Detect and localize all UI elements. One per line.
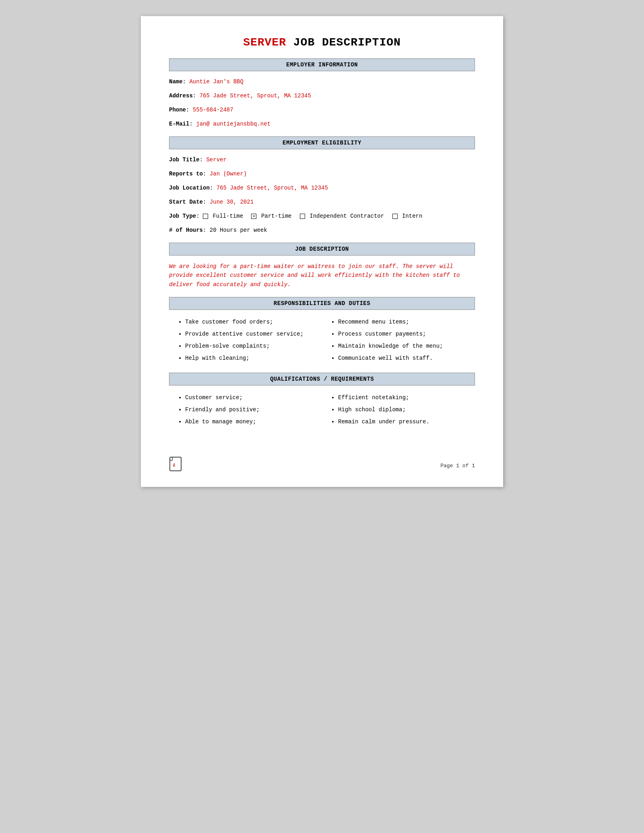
responsibilities-col2: Recommend menu items; Process customer p… <box>322 316 475 365</box>
email-label: E-Mail <box>169 121 189 127</box>
qualifications-list-col2: Efficient notetaking; High school diplom… <box>326 392 475 427</box>
hours-field: # of Hours: 20 Hours per week <box>169 226 475 235</box>
independent-contractor-checkbox[interactable] <box>300 214 305 219</box>
email-value: jan@ auntiejansbbq.net <box>196 121 270 127</box>
list-item: Provide attentive customer service; <box>185 328 322 340</box>
list-item: Friendly and positive; <box>185 404 322 415</box>
title-red-part: SERVER <box>243 36 286 49</box>
document-footer: ê Page 1 of 1 <box>169 456 475 475</box>
fulltime-label: Full-time <box>213 213 243 219</box>
address-field: Address: 765 Jade Street, Sprout, MA 123… <box>169 92 475 100</box>
reports-to-value: Jan (Owner) <box>210 171 247 177</box>
employment-eligibility-header: EMPLOYMENT ELIGIBILITY <box>169 136 475 149</box>
job-type-field: Job Type: Full-time Part-time Independen… <box>169 212 475 221</box>
qualifications-col1: Customer service; Friendly and positive;… <box>169 392 322 428</box>
name-label: Name <box>169 78 183 85</box>
hours-label: # of Hours <box>169 227 203 233</box>
start-date-value: June 30, 2021 <box>210 199 254 205</box>
employer-info-header: EMPLOYER INFORMATION <box>169 58 475 71</box>
responsibilities-header: RESPONSIBILITIES AND DUTIES <box>169 297 475 310</box>
svg-text:ê: ê <box>173 462 175 468</box>
job-location-value: 765 Jade Street, Sprout, MA 12345 <box>217 185 328 191</box>
job-type-label: Job Type <box>169 213 196 219</box>
svg-rect-0 <box>170 457 181 471</box>
employer-info-section: EMPLOYER INFORMATION Name: Auntie Jan's … <box>169 58 475 128</box>
independent-contractor-label: Independent Contractor <box>310 213 384 219</box>
qualifications-header: QUALIFICATIONS / REQUIREMENTS <box>169 373 475 386</box>
list-item: Efficient notetaking; <box>338 392 475 403</box>
list-item: Help with cleaning; <box>185 353 322 364</box>
name-colon: : <box>183 78 190 85</box>
list-item: Communicate well with staff. <box>338 353 475 364</box>
independent-contractor-option: Independent Contractor <box>300 213 388 219</box>
responsibilities-section: RESPONSIBILITIES AND DUTIES Take custome… <box>169 297 475 365</box>
intern-checkbox[interactable] <box>392 214 398 219</box>
job-title-field: Job Title: Server <box>169 156 475 164</box>
phone-label: Phone <box>169 107 186 113</box>
list-item: High school diploma; <box>338 404 475 415</box>
phone-value: 555-684-2487 <box>193 107 233 113</box>
document-icon: ê <box>169 456 182 475</box>
responsibilities-col1: Take customer food orders; Provide atten… <box>169 316 322 365</box>
responsibilities-list-col1: Take customer food orders; Provide atten… <box>173 316 322 364</box>
job-title-label: Job Title <box>169 157 200 163</box>
intern-option: Intern <box>392 213 423 219</box>
name-field: Name: Auntie Jan's BBQ <box>169 78 475 86</box>
qualifications-list-col1: Customer service; Friendly and positive;… <box>173 392 322 427</box>
job-description-section: JOB DESCRIPTION We are looking for a par… <box>169 243 475 289</box>
list-item: Able to manage money; <box>185 416 322 427</box>
list-item: Remain calm under pressure. <box>338 416 475 427</box>
job-description-text: We are looking for a part-time waiter or… <box>169 262 475 289</box>
start-date-label: Start Date <box>169 199 203 205</box>
document-title: SERVER JOB DESCRIPTION <box>169 36 475 49</box>
list-item: Problem-solve complaints; <box>185 340 322 352</box>
address-label: Address <box>169 93 193 99</box>
job-title-value: Server <box>206 157 226 163</box>
list-item: Customer service; <box>185 392 322 403</box>
list-item: Take customer food orders; <box>185 316 322 328</box>
fulltime-checkbox[interactable] <box>203 214 208 219</box>
phone-field: Phone: 555-684-2487 <box>169 106 475 114</box>
list-item: Recommend menu items; <box>338 316 475 328</box>
reports-to-label: Reports to <box>169 171 203 177</box>
job-location-field: Job Location: 765 Jade Street, Sprout, M… <box>169 184 475 192</box>
fulltime-option: Full-time <box>203 213 246 219</box>
job-location-label: Job Location <box>169 185 210 191</box>
job-description-header: JOB DESCRIPTION <box>169 243 475 256</box>
qualifications-col2: Efficient notetaking; High school diplom… <box>322 392 475 428</box>
list-item: Process customer payments; <box>338 328 475 340</box>
parttime-label: Part-time <box>261 213 292 219</box>
reports-to-field: Reports to: Jan (Owner) <box>169 170 475 178</box>
title-black-part: JOB DESCRIPTION <box>286 36 401 49</box>
employment-eligibility-section: EMPLOYMENT ELIGIBILITY Job Title: Server… <box>169 136 475 235</box>
qualifications-list: Customer service; Friendly and positive;… <box>169 392 475 428</box>
address-value: 765 Jade Street, Sprout, MA 12345 <box>200 93 311 99</box>
hours-value: 20 Hours per week <box>210 227 267 233</box>
responsibilities-list-col2: Recommend menu items; Process customer p… <box>326 316 475 364</box>
page-number: Page 1 of 1 <box>440 463 475 469</box>
parttime-option: Part-time <box>251 213 295 219</box>
parttime-checkbox[interactable] <box>251 214 256 219</box>
document-page: SERVER JOB DESCRIPTION EMPLOYER INFORMAT… <box>141 16 503 487</box>
list-item: Maintain knowledge of the menu; <box>338 340 475 352</box>
name-value: Auntie Jan's BBQ <box>189 78 243 85</box>
qualifications-section: QUALIFICATIONS / REQUIREMENTS Customer s… <box>169 373 475 428</box>
start-date-field: Start Date: June 30, 2021 <box>169 198 475 206</box>
email-field: E-Mail: jan@ auntiejansbbq.net <box>169 120 475 128</box>
responsibilities-list: Take customer food orders; Provide atten… <box>169 316 475 365</box>
intern-label: Intern <box>402 213 422 219</box>
